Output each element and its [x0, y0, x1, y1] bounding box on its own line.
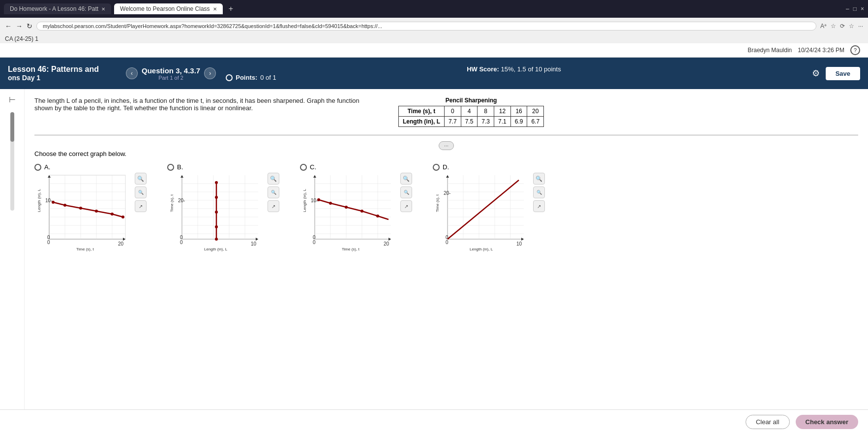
svg-text:Length (in), L: Length (in), L	[37, 188, 41, 212]
svg-marker-95	[521, 238, 524, 241]
scroll-thumb[interactable]	[10, 112, 14, 142]
close-icon[interactable]: ×	[861, 5, 864, 12]
refresh-icon[interactable]: ↻	[27, 22, 32, 30]
radio-d[interactable]	[433, 164, 440, 171]
table-cell-l16: 6.9	[510, 117, 527, 127]
hw-score-value: 15%, 1.5 of 10 points	[501, 65, 561, 73]
graph-d-container: 20- 0 0 10 Time (s), t Length (in), L 🔍 …	[433, 173, 531, 251]
option-d-label[interactable]: D.	[433, 163, 449, 171]
table-cell-l4: 7.5	[461, 117, 478, 127]
svg-marker-96	[446, 175, 449, 178]
tab-welcome[interactable]: Welcome to Pearson Online Class ✕	[114, 3, 223, 14]
pencil-table: Time (s), t 0 4 8 12 16 20 Length (in), …	[398, 106, 544, 127]
maximize-icon[interactable]: □	[853, 5, 857, 12]
svg-text:20-: 20-	[178, 198, 185, 203]
zoom-out-a[interactable]: 🔍	[135, 186, 147, 198]
settings-button[interactable]: ⚙	[812, 68, 820, 79]
graphs-row: A.	[34, 163, 858, 251]
zoom-out-d[interactable]: 🔍	[533, 186, 545, 198]
svg-text:Length (in), L: Length (in), L	[470, 247, 493, 251]
extensions-icon[interactable]: ☆	[849, 23, 854, 30]
svg-point-77	[345, 206, 348, 209]
graph-a-svg: 10- 0 0 20	[34, 173, 133, 251]
favorites-icon[interactable]: ☆	[831, 23, 836, 30]
zoom-in-a[interactable]: 🔍	[135, 173, 147, 185]
option-b-label[interactable]: B.	[167, 163, 183, 171]
scroll-track	[10, 112, 14, 211]
svg-point-53	[215, 238, 218, 241]
radio-a[interactable]	[34, 164, 41, 171]
graph-a-icons: 🔍 🔍 ↗	[135, 173, 147, 212]
add-tab-button[interactable]: +	[226, 4, 236, 13]
expand-a[interactable]: ↗	[135, 200, 147, 212]
collapse-arrow[interactable]: ⊢	[7, 93, 18, 106]
svg-text:20: 20	[118, 241, 124, 247]
zoom-in-c[interactable]: 🔍	[400, 173, 412, 185]
check-answer-button[interactable]: Check answer	[796, 415, 858, 429]
tab-close-homework[interactable]: ✕	[101, 6, 105, 12]
prev-question-button[interactable]: ‹	[126, 67, 138, 79]
tab-close-welcome[interactable]: ✕	[213, 6, 217, 12]
svg-text:0: 0	[446, 240, 449, 245]
expand-c[interactable]: ↗	[400, 200, 412, 212]
next-question-button[interactable]: ›	[204, 67, 216, 79]
zoom-in-b[interactable]: 🔍	[268, 173, 279, 185]
user-datetime: 10/24/24 3:26 PM	[798, 47, 844, 54]
svg-text:20-: 20-	[444, 190, 450, 196]
table-cell-l20: 6.7	[527, 117, 544, 127]
hw-score: HW Score: 15%, 1.5 of 10 points	[226, 65, 802, 73]
graph-option-c: C.	[300, 163, 398, 251]
expand-button[interactable]: ···	[439, 141, 454, 150]
graph-d-svg: 20- 0 0 10 Time (s), t Length (in), L	[433, 173, 531, 251]
svg-point-25	[111, 213, 114, 216]
bottom-bar: Clear all Check answer	[0, 409, 868, 434]
svg-point-78	[360, 210, 363, 213]
graph-option-b: B.	[167, 163, 266, 251]
window-controls: – □ ×	[846, 5, 864, 12]
svg-point-52	[215, 225, 218, 228]
tab-homework[interactable]: Do Homework - A Lesson 46: Patt ✕	[4, 3, 111, 14]
page-tab-title: CA (24-25) 1	[5, 35, 38, 42]
svg-rect-0	[49, 175, 125, 239]
expand-d[interactable]: ↗	[533, 200, 545, 212]
graph-b-container: 20- 0 0 10 Time (s), t Length (in), L	[167, 173, 266, 251]
radio-c[interactable]	[300, 164, 307, 171]
table-cell-l8: 7.3	[478, 117, 494, 127]
back-icon[interactable]: ←	[5, 22, 12, 30]
radio-b[interactable]	[167, 164, 174, 171]
svg-text:Length (in), L: Length (in), L	[204, 247, 228, 251]
page-title-bar: CA (24-25) 1	[0, 34, 868, 43]
points-value: 0 of 1	[260, 74, 276, 81]
option-a-label[interactable]: A.	[34, 163, 50, 171]
refresh2-icon[interactable]: ⟳	[840, 23, 845, 30]
svg-text:Time (s), t: Time (s), t	[170, 194, 174, 212]
graph-b-icons: 🔍 🔍 ↗	[268, 173, 279, 212]
minimize-icon[interactable]: –	[846, 5, 849, 12]
svg-line-101	[448, 180, 519, 239]
graph-option-a: A.	[34, 163, 133, 251]
graph-option-d: D.	[433, 163, 531, 251]
read-mode-icon[interactable]: Aᵃ	[820, 23, 827, 30]
table-title: Pencil Sharpening	[398, 97, 544, 104]
clear-all-button[interactable]: Clear all	[746, 415, 790, 429]
save-button[interactable]: Save	[826, 67, 860, 80]
graph-c-icons: 🔍 🔍 ↗	[400, 173, 412, 212]
tab-label: Do Homework - A Lesson 46: Patt	[10, 5, 98, 12]
url-bar[interactable]: mylabschool.pearson.com/Student/PlayerHo…	[36, 22, 816, 31]
question-info-block: The length L of a pencil, in inches, is …	[34, 97, 858, 129]
menu-icon[interactable]: ···	[858, 23, 863, 30]
table-cell-t16: 16	[510, 106, 527, 117]
graph-d-icons: 🔍 🔍 ↗	[533, 173, 545, 212]
option-c-label[interactable]: C.	[300, 163, 316, 171]
help-icon[interactable]: ?	[850, 45, 860, 55]
forward-icon[interactable]: →	[16, 22, 23, 30]
zoom-out-b[interactable]: 🔍	[268, 186, 279, 198]
address-bar: ← → ↻ mylabschool.pearson.com/Student/Pl…	[0, 18, 868, 34]
expand-b[interactable]: ↗	[268, 200, 279, 212]
zoom-in-d[interactable]: 🔍	[533, 173, 545, 185]
divider-area: ···	[34, 135, 858, 150]
zoom-out-c[interactable]: 🔍	[400, 186, 412, 198]
points-label: Points:	[236, 74, 257, 81]
table-cell-l12: 7.1	[494, 117, 511, 127]
browser-chrome: Do Homework - A Lesson 46: Patt ✕ Welcom…	[0, 0, 868, 18]
